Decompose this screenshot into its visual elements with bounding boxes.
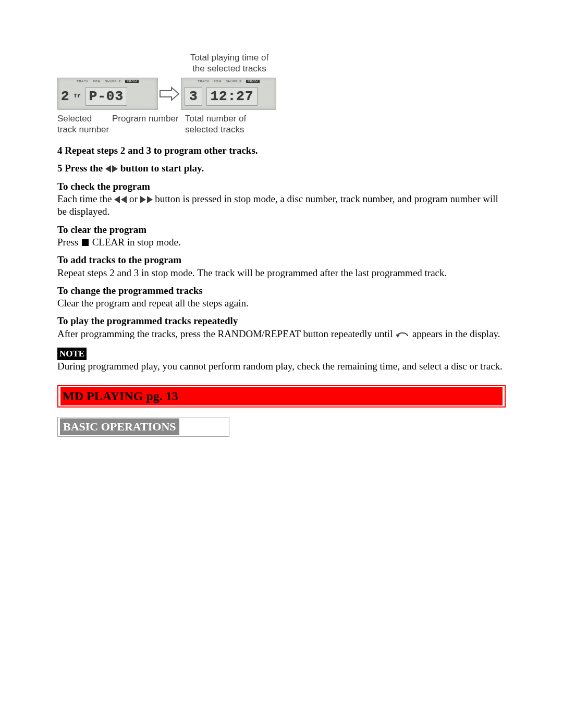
diagram-bottom-captions: Selected track number Program number Tot… [57,113,276,135]
caption-line: Total playing time of [190,53,268,63]
page: Total playing time of the selected track… [0,0,563,728]
lcd-indicator-row: TRACK PGM SHUFFLE PRGM [58,80,157,83]
repeat-body-b: appears in the display. [412,328,500,339]
step-5-a: 5 Press the [57,163,103,174]
clear-heading: To clear the program [57,224,146,235]
ffwd-icon [140,196,153,203]
lcd-digit-small: Tr [74,93,81,99]
subheader-text: BASIC OPERATIONS [60,418,179,435]
caption-line: selected tracks [185,125,244,134]
lcd-digit: 3 [185,87,203,106]
lcd-segment: 12:27 [206,87,257,106]
rewind-icon [114,196,127,203]
add-body: Repeat steps 2 and 3 in stop mode. The t… [57,267,506,279]
indicator-tag: PRGM [246,80,260,83]
body-text: 4 Repeat steps 2 and 3 to program other … [57,144,506,437]
caption-line: the selected tracks [192,64,266,73]
section-banner: MD PLAYING pg. 13 [57,385,506,408]
caption-line: Total number of [185,114,246,124]
display-diagram: Total playing time of the selected track… [57,52,276,135]
indicator-tag: PRGM [125,80,139,83]
lcd-panel-right: TRACK PGM SHUFFLE PRGM 3 12:27 [181,78,276,110]
indicator-label: PGM [93,80,101,83]
clear-body-b: CLEAR in stop mode. [92,237,181,248]
note-body: During programmed play, you cannot perfo… [57,360,506,373]
indicator-label: SHUFFLE [226,80,242,83]
step-4: 4 Repeat steps 2 and 3 to program other … [57,145,258,156]
check-body-a: Each time the [57,193,112,204]
lcd-segment: P-03 [85,87,127,106]
clear-body-a: Press [57,237,78,248]
repeat-body-a: After programming the tracks, press the … [57,328,393,339]
displays-row: TRACK PGM SHUFFLE PRGM 2 Tr P-03 TRACK P… [57,78,276,110]
stop-icon [82,239,89,246]
lcd-panel-left: TRACK PGM SHUFFLE PRGM 2 Tr P-03 [57,78,158,110]
prev-next-icon [105,165,118,172]
check-body-b: or [129,193,138,204]
arrow-icon [158,87,181,101]
caption-line: Selected [57,114,92,124]
caption: Total number of selected tracks [185,113,268,135]
caption: Program number [112,113,185,135]
repeat-icon [395,329,410,342]
change-heading: To change the programmed tracks [57,285,203,296]
indicator-label: PGM [214,80,222,83]
indicator-label: TRACK [77,80,89,83]
note-label: NOTE [57,348,87,360]
caption-line: track number [57,125,109,134]
diagram-top-caption: Total playing time of the selected track… [57,52,276,75]
step-5-b: button to start play. [120,163,204,174]
lcd-digit: 2 [61,89,70,104]
subheader-box: BASIC OPERATIONS [57,417,229,437]
caption-line: Program number [112,114,179,124]
add-heading: To add tracks to the program [57,254,181,265]
indicator-label: TRACK [198,80,210,83]
change-body: Clear the program and repeat all the ste… [57,297,506,310]
indicator-label: SHUFFLE [105,80,121,83]
lcd-indicator-row: TRACK PGM SHUFFLE PRGM [181,80,276,83]
check-heading: To check the program [57,181,150,192]
caption: Selected track number [57,113,112,135]
section-banner-text: MD PLAYING pg. 13 [60,387,503,405]
repeat-heading: To play the programmed tracks repeatedly [57,315,238,326]
